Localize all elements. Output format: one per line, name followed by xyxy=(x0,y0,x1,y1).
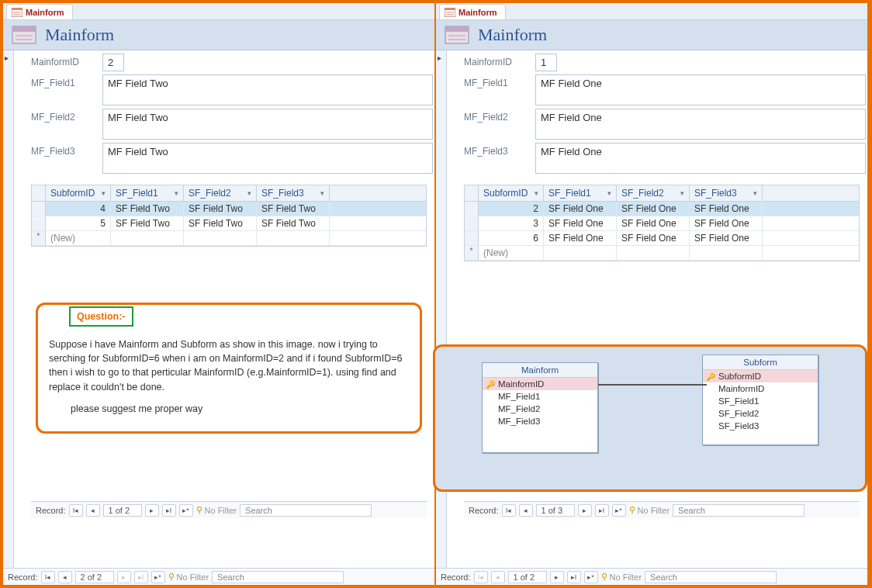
nav-first-button[interactable]: I◂ xyxy=(474,571,488,583)
nav-last-button[interactable]: ▸I xyxy=(162,504,176,517)
relationship-table-subform[interactable]: Subform 🔑SubformID MainformID SF_Field1 … xyxy=(702,355,818,445)
label-mainformid: MainformID xyxy=(31,54,102,67)
nav-search[interactable]: Search xyxy=(645,571,777,583)
label-mf-field2: MF_Field2 xyxy=(31,109,102,123)
nav-first-button[interactable]: I◂ xyxy=(69,504,83,517)
svg-rect-9 xyxy=(445,8,455,10)
nav-position[interactable]: 1 of 2 xyxy=(103,504,142,517)
nav-search[interactable]: Search xyxy=(240,504,372,517)
nav-last-button[interactable]: ▸I xyxy=(134,571,148,583)
primary-key-icon: 🔑 xyxy=(706,372,715,381)
table-row[interactable]: 2 SF Field One SF Field One SF Field One xyxy=(465,202,859,216)
table-row[interactable]: 5 SF Field Two SF Field Two SF Field Two xyxy=(32,216,426,231)
nav-position[interactable]: 1 of 2 xyxy=(508,571,547,583)
subform-datasheet[interactable]: SubformID▾ SF_Field1▾ SF_Field2▾ SF_Fiel… xyxy=(464,185,860,261)
table-row[interactable]: 3 SF Field One SF Field One SF Field One xyxy=(465,216,859,231)
nav-new-button[interactable]: ▸* xyxy=(179,504,193,517)
nav-first-button[interactable]: I◂ xyxy=(502,504,516,517)
new-record-icon: * xyxy=(465,246,479,260)
form-icon xyxy=(445,8,455,17)
chevron-down-icon[interactable]: ▾ xyxy=(320,189,324,197)
nav-position[interactable]: 1 of 3 xyxy=(536,504,575,517)
nav-prev-button[interactable]: ◂ xyxy=(58,571,72,583)
relationship-link[interactable] xyxy=(598,384,707,386)
label-mf-field1: MF_Field1 xyxy=(464,74,535,88)
nav-prev-button[interactable]: ◂ xyxy=(491,571,505,583)
form-header: Mainform xyxy=(436,20,867,50)
form-logo-icon xyxy=(444,25,470,45)
input-mf-field1[interactable]: MF Field Two xyxy=(102,74,433,105)
label-mf-field3: MF_Field3 xyxy=(31,143,102,157)
nav-filter[interactable]: ⚲No Filter xyxy=(629,505,670,515)
chevron-down-icon[interactable]: ▾ xyxy=(102,189,106,197)
nav-prev-button[interactable]: ◂ xyxy=(86,504,100,517)
tab-mainform[interactable]: Mainform xyxy=(439,4,506,19)
nav-next-button[interactable]: ▸ xyxy=(117,571,131,583)
input-mf-field2[interactable]: MF Field One xyxy=(535,109,866,140)
col-sf-field1[interactable]: SF_Field1▾ xyxy=(544,185,617,201)
nav-search[interactable]: Search xyxy=(673,504,805,517)
nav-filter[interactable]: ⚲No Filter xyxy=(196,505,237,515)
label-mainformid: MainformID xyxy=(464,54,535,67)
form-logo-icon xyxy=(11,25,37,45)
nav-prev-button[interactable]: ◂ xyxy=(519,504,533,517)
col-sf-field2[interactable]: SF_Field2▾ xyxy=(617,185,690,201)
col-sf-field3[interactable]: SF_Field3▾ xyxy=(257,185,330,201)
tab-label: Mainform xyxy=(458,8,497,17)
chevron-down-icon[interactable]: ▾ xyxy=(753,189,757,197)
col-sf-field1[interactable]: SF_Field1▾ xyxy=(111,185,184,201)
question-body-2: please suggest me proper way xyxy=(71,402,409,416)
nav-new-button[interactable]: ▸* xyxy=(612,504,626,517)
chevron-down-icon[interactable]: ▾ xyxy=(247,189,251,197)
chevron-down-icon[interactable]: ▾ xyxy=(175,189,178,197)
nav-position[interactable]: 2 of 2 xyxy=(75,571,114,583)
new-record-icon: * xyxy=(32,231,46,245)
nav-search[interactable]: Search xyxy=(212,571,344,583)
question-title: Question:- xyxy=(69,306,133,327)
filter-icon: ⚲ xyxy=(601,572,607,582)
label-mf-field2: MF_Field2 xyxy=(464,109,535,123)
nav-first-button[interactable]: I◂ xyxy=(41,571,55,583)
nav-filter[interactable]: ⚲No Filter xyxy=(168,572,209,582)
subform-record-nav: Record: I◂ ◂ 1 of 2 ▸ ▸I ▸* ⚲No Filter S… xyxy=(31,501,427,518)
nav-last-button[interactable]: ▸I xyxy=(595,504,609,517)
input-mf-field1[interactable]: MF Field One xyxy=(535,74,866,105)
record-selector[interactable]: ▸ xyxy=(3,50,14,568)
tab-mainform[interactable]: Mainform xyxy=(6,4,73,19)
svg-rect-1 xyxy=(12,8,22,10)
nav-next-button[interactable]: ▸ xyxy=(145,504,159,517)
input-mf-field2[interactable]: MF Field Two xyxy=(102,109,433,140)
mainform-record-nav: Record: I◂ ◂ 1 of 2 ▸ ▸I ▸* ⚲No Filter S… xyxy=(436,568,867,585)
chevron-down-icon[interactable]: ▾ xyxy=(535,189,538,197)
form-header: Mainform xyxy=(3,20,434,50)
col-sf-field3[interactable]: SF_Field3▾ xyxy=(690,185,763,201)
relationship-table-mainform[interactable]: Mainform 🔑MainformID MF_Field1 MF_Field2… xyxy=(482,362,598,453)
chevron-down-icon[interactable]: ▾ xyxy=(607,189,611,197)
nav-filter[interactable]: ⚲No Filter xyxy=(601,572,642,582)
input-mf-field3[interactable]: MF Field Two xyxy=(102,143,433,174)
nav-new-button[interactable]: ▸* xyxy=(151,571,165,583)
input-mf-field3[interactable]: MF Field One xyxy=(535,143,866,174)
tab-strip: Mainform xyxy=(3,3,434,20)
table-row-new[interactable]: * (New) xyxy=(465,246,859,261)
mainform-record-nav: Record: I◂ ◂ 2 of 2 ▸ ▸I ▸* ⚲No Filter S… xyxy=(3,568,434,585)
subform-datasheet[interactable]: SubformID▾ SF_Field1▾ SF_Field2▾ SF_Fiel… xyxy=(31,185,427,247)
col-sf-field2[interactable]: SF_Field2▾ xyxy=(184,185,257,201)
nav-new-button[interactable]: ▸* xyxy=(584,571,598,583)
table-row[interactable]: 4 SF Field Two SF Field Two SF Field Two xyxy=(32,202,426,216)
table-row-new[interactable]: * (New) xyxy=(32,231,426,246)
label-mf-field1: MF_Field1 xyxy=(31,74,102,88)
nav-last-button[interactable]: ▸I xyxy=(567,571,581,583)
nav-next-button[interactable]: ▸ xyxy=(578,504,592,517)
relationship-diagram: Mainform 🔑MainformID MF_Field1 MF_Field2… xyxy=(433,344,867,492)
svg-rect-13 xyxy=(445,26,469,32)
col-subformid[interactable]: SubformID▾ xyxy=(46,185,111,201)
tab-strip: Mainform xyxy=(436,3,867,20)
table-row[interactable]: 6 SF Field One SF Field One SF Field One xyxy=(465,231,859,246)
nav-next-button[interactable]: ▸ xyxy=(550,571,564,583)
input-mainformid[interactable]: 2 xyxy=(102,54,124,71)
input-mainformid[interactable]: 1 xyxy=(535,54,557,71)
question-body: Suppose i have Mainform and Subform as s… xyxy=(49,337,409,394)
chevron-down-icon[interactable]: ▾ xyxy=(680,189,684,197)
col-subformid[interactable]: SubformID▾ xyxy=(479,185,544,201)
